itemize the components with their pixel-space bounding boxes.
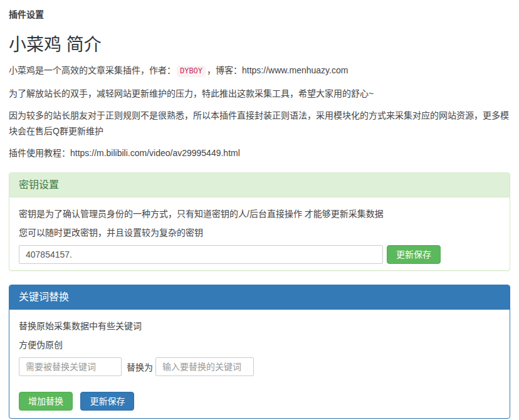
key-settings-panel-title: 密钥设置	[9, 173, 510, 197]
intro-author-after: ，博客：https://www.menhuazy.com	[207, 65, 348, 75]
keyword-input-row: 替换为	[19, 357, 500, 376]
keyword-save-button[interactable]: 更新保存	[80, 392, 134, 411]
keyword-to-input[interactable]	[155, 357, 254, 376]
key-settings-panel-body: 密钥是为了确认管理员身份的一种方式，只有知道密钥的人/后台直接操作 才能够更新采…	[9, 197, 510, 270]
replace-with-label: 替换为	[127, 360, 153, 373]
intro-paragraph-modules: 因为较多的站长朋友对于正则规则不是很熟悉，所以本插件直接封装正则语法，采用模块化…	[9, 108, 513, 139]
keyword-replace-panel-body: 替换原始采集数据中有些关键词 方便伪原创 替换为 增加替换 更新保存	[9, 310, 510, 418]
keyword-description-line1: 替换原始采集数据中有些关键词	[19, 320, 500, 332]
key-description-line1: 密钥是为了确认管理员身份的一种方式，只有知道密钥的人/后台直接操作 才能够更新采…	[19, 207, 500, 220]
intro-paragraph-purpose: 为了解放站长的双手，减轻网站更新维护的压力，特此推出这款采集工具，希望大家用的舒…	[9, 86, 513, 102]
keyword-replace-panel-title: 关键词替换	[9, 285, 510, 310]
author-code-badge: DYBOY	[177, 66, 206, 77]
keyword-from-input[interactable]	[19, 357, 122, 376]
breadcrumb: 插件设置	[9, 6, 513, 20]
key-input[interactable]	[19, 245, 383, 264]
key-input-row: 更新保存	[19, 245, 500, 264]
keyword-buttons-row: 增加替换 更新保存	[19, 392, 500, 411]
intro-paragraph-author: 小菜鸡是一个高效的文章采集插件，作者：DYBOY，博客：https://www.…	[9, 63, 513, 80]
intro-author-before: 小菜鸡是一个高效的文章采集插件，作者：	[9, 65, 176, 75]
keyword-description-line2: 方便伪原创	[19, 339, 500, 351]
add-replacement-button[interactable]: 增加替换	[19, 392, 73, 411]
page-wrap: 插件设置 小菜鸡 简介 小菜鸡是一个高效的文章采集插件，作者：DYBOY，博客：…	[0, 0, 519, 420]
keyword-replace-panel: 关键词替换 替换原始采集数据中有些关键词 方便伪原创 替换为 增加替换 更新保存	[9, 285, 510, 419]
page-title: 小菜鸡 简介	[9, 36, 513, 55]
key-settings-panel: 密钥设置 密钥是为了确认管理员身份的一种方式，只有知道密钥的人/后台直接操作 才…	[9, 172, 510, 271]
key-description-line2: 您可以随时更改密钥，并且设置较为复杂的密钥	[19, 226, 500, 239]
intro-paragraph-tutorial: 插件使用教程：https://m.bilibili.com/video/av29…	[9, 145, 513, 161]
key-save-button[interactable]: 更新保存	[387, 245, 441, 264]
